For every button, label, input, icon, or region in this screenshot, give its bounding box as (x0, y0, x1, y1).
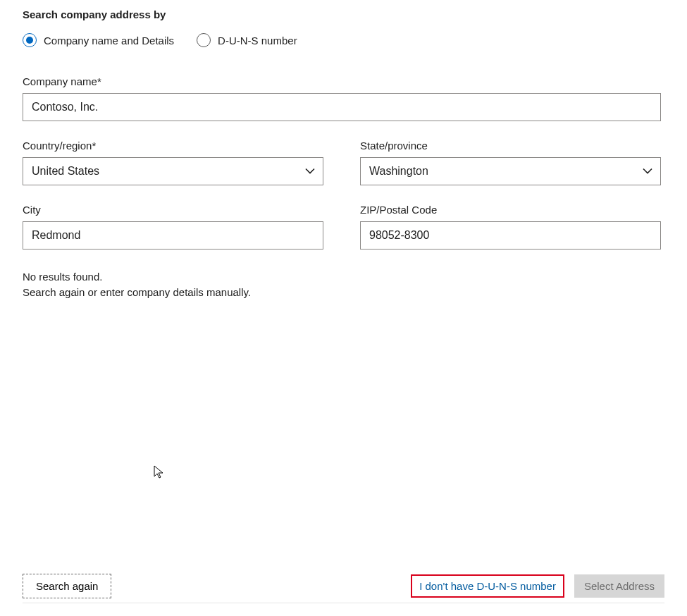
label-company-name: Company name* (23, 75, 661, 87)
input-city[interactable] (23, 221, 323, 250)
form-grid: Company name* Country/region* United Sta… (23, 75, 664, 250)
radio-company-details[interactable]: Company name and Details (23, 33, 174, 47)
status-no-results: No results found. Search again or enter … (23, 269, 664, 300)
radio-label: D-U-N-S number (218, 35, 297, 47)
select-address-button[interactable]: Select Address (574, 574, 664, 598)
status-line2: Search again or enter company details ma… (23, 285, 664, 300)
field-zip: ZIP/Postal Code (360, 204, 661, 250)
field-country: Country/region* United States (23, 140, 323, 185)
heading-search-by: Search company address by (23, 8, 664, 20)
label-zip: ZIP/Postal Code (360, 204, 661, 216)
label-country: Country/region* (23, 140, 323, 152)
label-state: State/province (360, 140, 661, 152)
radio-icon (23, 33, 37, 47)
field-city: City (23, 204, 323, 250)
input-zip[interactable] (360, 221, 661, 250)
status-line1: No results found. (23, 269, 664, 285)
no-duns-link[interactable]: I don't have D-U-N-S number (411, 574, 564, 598)
select-state[interactable]: Washington (360, 157, 661, 185)
radio-duns-number[interactable]: D-U-N-S number (197, 33, 297, 47)
field-company-name: Company name* (23, 75, 661, 121)
label-city: City (23, 204, 323, 216)
radio-icon (197, 33, 211, 47)
input-company-name[interactable] (23, 93, 661, 121)
radio-label: Company name and Details (44, 35, 174, 47)
mouse-cursor-icon (154, 465, 165, 479)
field-state: State/province Washington (360, 140, 661, 185)
footer-actions: Search again I don't have D-U-N-S number… (23, 574, 664, 603)
search-again-button[interactable]: Search again (23, 574, 111, 598)
select-country[interactable]: United States (23, 157, 323, 185)
radio-group-search-by: Company name and Details D-U-N-S number (23, 33, 664, 47)
